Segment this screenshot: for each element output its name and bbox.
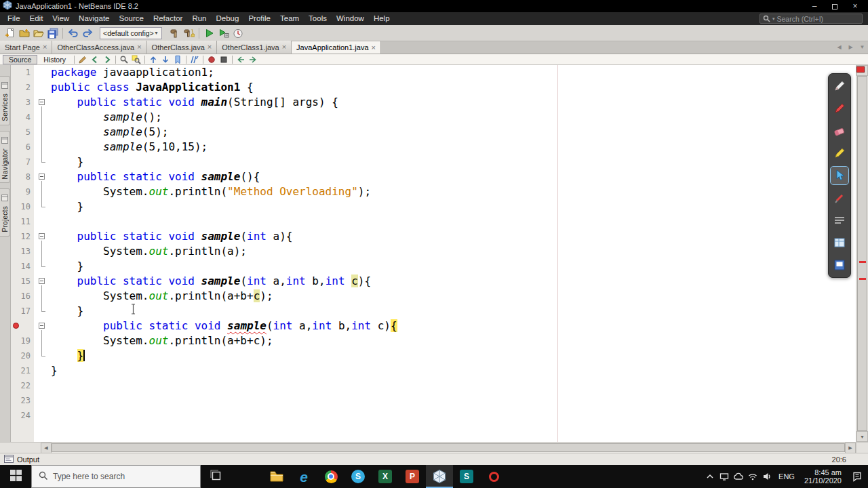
scroll-tabs-left-button[interactable]: ◀	[833, 44, 845, 50]
code-line-10[interactable]: 10 }	[11, 199, 856, 214]
code-line-2[interactable]: 2public class JavaApplication1 {	[11, 80, 856, 95]
code-line-12[interactable]: 12 public static void sample(int a){	[11, 229, 856, 244]
onedrive-tray-icon[interactable]	[731, 472, 745, 481]
code-line-15[interactable]: 15 public static void sample(int a,int b…	[11, 274, 856, 289]
display-tray-icon[interactable]	[717, 472, 731, 481]
horizontal-scrollbar[interactable]: ◀ ▶	[0, 442, 868, 453]
tab-list-dropdown-button[interactable]: ▼	[856, 44, 868, 50]
code-line-14[interactable]: 14 }	[11, 259, 856, 274]
code-line-16[interactable]: 16 System.out.println(a+b+c);	[11, 289, 856, 304]
code-line-21[interactable]: 21}	[11, 363, 856, 378]
code-line-23[interactable]: 23	[11, 393, 856, 408]
close-button[interactable]: ×	[845, 0, 865, 12]
taskbar-app-edge[interactable]: e	[290, 465, 317, 488]
sidebar-item-navigator[interactable]: Navigator	[0, 131, 10, 184]
menu-help[interactable]: Help	[369, 12, 395, 25]
eraser-tool-button[interactable]	[831, 122, 848, 140]
code-line-24[interactable]: 24	[11, 408, 856, 423]
tab-javaapplication1-java[interactable]: JavaApplication1.java×	[292, 41, 381, 54]
fold-marker[interactable]	[34, 319, 51, 333]
taskbar-clock[interactable]: 8:45 am 21/10/2020	[800, 468, 846, 485]
error-stripe-mark[interactable]	[859, 261, 866, 263]
task-view-button[interactable]	[201, 465, 231, 488]
highlight-button[interactable]	[130, 55, 142, 64]
shift-left-button[interactable]	[235, 55, 247, 64]
shift-right-button[interactable]	[247, 55, 259, 64]
code-line-19[interactable]: 19 System.out.println(a+b+c);	[11, 333, 856, 348]
scroll-tabs-right-button[interactable]: ▶	[845, 44, 856, 50]
taskbar-app-app-teal[interactable]: S	[453, 465, 480, 488]
scrollbar-track[interactable]	[856, 76, 868, 431]
board-tool-button[interactable]	[831, 256, 848, 274]
taskbar-app-excel[interactable]: X	[372, 465, 399, 488]
code-line-20[interactable]: 20 }	[11, 348, 856, 363]
code-line-1[interactable]: 1package javaapplication1;	[11, 65, 856, 80]
new-project-button[interactable]	[17, 26, 31, 40]
scrollbar-thumb[interactable]	[857, 76, 867, 431]
code-line-7[interactable]: 7 }	[11, 155, 856, 169]
macro-stop-button[interactable]	[218, 55, 230, 64]
redo-button[interactable]	[80, 26, 94, 40]
code-line-22[interactable]: 22	[11, 378, 856, 393]
taskbar-app-chrome[interactable]	[317, 465, 344, 488]
menu-file[interactable]: File	[3, 12, 25, 25]
close-tab-icon[interactable]: ×	[137, 43, 141, 51]
lines-tool-button[interactable]	[831, 211, 848, 229]
taskbar-app-netbeans[interactable]	[426, 465, 453, 488]
maximize-button[interactable]	[825, 0, 845, 12]
capture-tool-button[interactable]	[831, 234, 848, 251]
taskbar-app-powerpoint[interactable]: P	[399, 465, 426, 488]
save-all-button[interactable]	[45, 26, 60, 40]
sidebar-item-services[interactable]: Services	[0, 76, 10, 125]
minimize-button[interactable]: –	[804, 0, 825, 12]
history-view-button[interactable]: History	[37, 55, 72, 64]
code-editor[interactable]: 1package javaapplication1;2public class …	[11, 65, 856, 442]
code-line-6[interactable]: 6 sample(5,10,15);	[11, 140, 856, 155]
close-tab-icon[interactable]: ×	[43, 43, 47, 51]
code-line-8[interactable]: 8 public static void sample(){	[11, 169, 856, 184]
menu-refactor[interactable]: Refactor	[149, 12, 187, 25]
clean-build-button[interactable]	[182, 26, 196, 40]
source-view-button[interactable]: Source	[3, 55, 37, 64]
profile-button[interactable]	[231, 26, 245, 40]
fold-marker[interactable]	[34, 274, 51, 289]
brush-tool-button[interactable]	[831, 189, 848, 207]
last-edit-button[interactable]	[77, 55, 89, 64]
toggle-bookmark-button[interactable]	[172, 55, 184, 64]
hscrollbar-thumb[interactable]	[52, 443, 845, 452]
sidebar-item-projects[interactable]: Projects	[0, 188, 10, 237]
tab-otherclassaccess-java[interactable]: OtherClassAccess.java×	[52, 41, 146, 54]
menu-window[interactable]: Window	[332, 12, 369, 25]
fold-marker[interactable]	[34, 95, 51, 110]
menu-tools[interactable]: Tools	[304, 12, 332, 25]
menu-source[interactable]: Source	[114, 12, 148, 25]
hscrollbar-track[interactable]	[52, 443, 845, 453]
volume-tray-icon[interactable]	[760, 472, 774, 481]
taskbar-app-skype[interactable]: S	[344, 465, 372, 488]
taskbar-app-file-explorer[interactable]	[263, 465, 290, 488]
action-center-button[interactable]	[846, 471, 868, 482]
menu-debug[interactable]: Debug	[211, 12, 243, 25]
scroll-down-button[interactable]: ▼	[856, 431, 868, 442]
highlighter-tool-button[interactable]	[831, 144, 848, 162]
vertical-scrollbar[interactable]: ▲ ▼	[856, 65, 868, 442]
error-stripe-badge[interactable]	[856, 66, 865, 73]
output-label[interactable]: Output	[17, 455, 39, 464]
forward-button[interactable]	[101, 55, 113, 64]
menu-profile[interactable]: Profile	[243, 12, 275, 25]
code-line-3[interactable]: 3 public static void main(String[] args)…	[11, 95, 856, 110]
fold-marker[interactable]	[34, 169, 51, 184]
macro-start-button[interactable]	[205, 55, 218, 64]
prev-bookmark-button[interactable]	[147, 55, 159, 64]
fold-marker[interactable]	[34, 229, 51, 244]
undo-button[interactable]	[66, 26, 80, 40]
code-line-9[interactable]: 9 System.out.println("Method Overloading…	[11, 184, 856, 199]
pen-red-tool-button[interactable]	[831, 100, 848, 117]
error-stripe-mark[interactable]	[859, 278, 866, 280]
menu-edit[interactable]: Edit	[25, 12, 48, 25]
language-indicator[interactable]: ENG	[774, 472, 800, 481]
next-bookmark-button[interactable]	[159, 55, 172, 64]
code-line-18[interactable]: public static void sample(int a,int b,in…	[11, 319, 856, 333]
quick-search-box[interactable]: ▾ Search (Ctrl+I)	[760, 14, 863, 24]
run-button[interactable]	[202, 26, 216, 40]
